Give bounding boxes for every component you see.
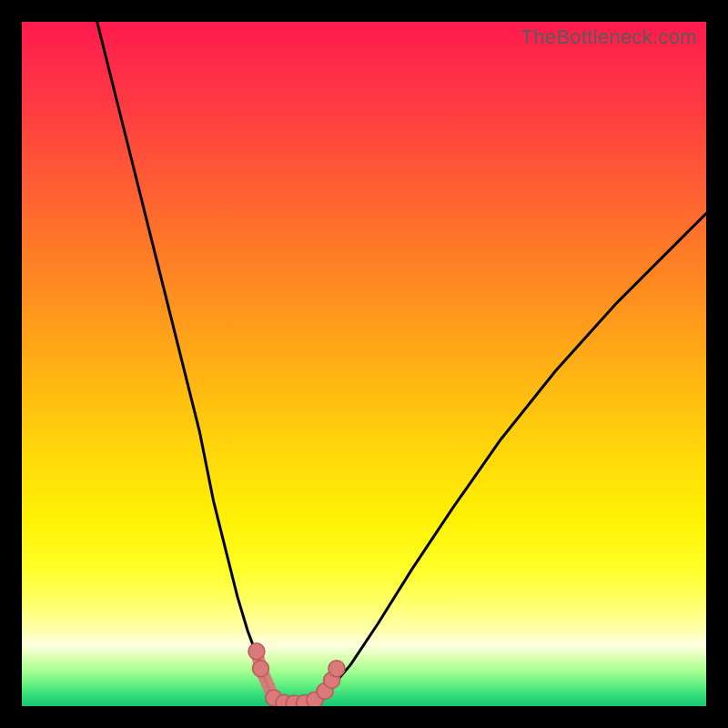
watermark-label: TheBottleneck.com	[521, 25, 697, 49]
plot-area: TheBottleneck.com	[22, 22, 706, 706]
data-marker	[248, 643, 265, 660]
outer-frame: TheBottleneck.com	[0, 0, 728, 728]
curve-layer	[22, 22, 706, 706]
bottleneck-curve	[97, 22, 706, 705]
data-marker	[329, 661, 345, 677]
data-marker	[252, 661, 268, 677]
